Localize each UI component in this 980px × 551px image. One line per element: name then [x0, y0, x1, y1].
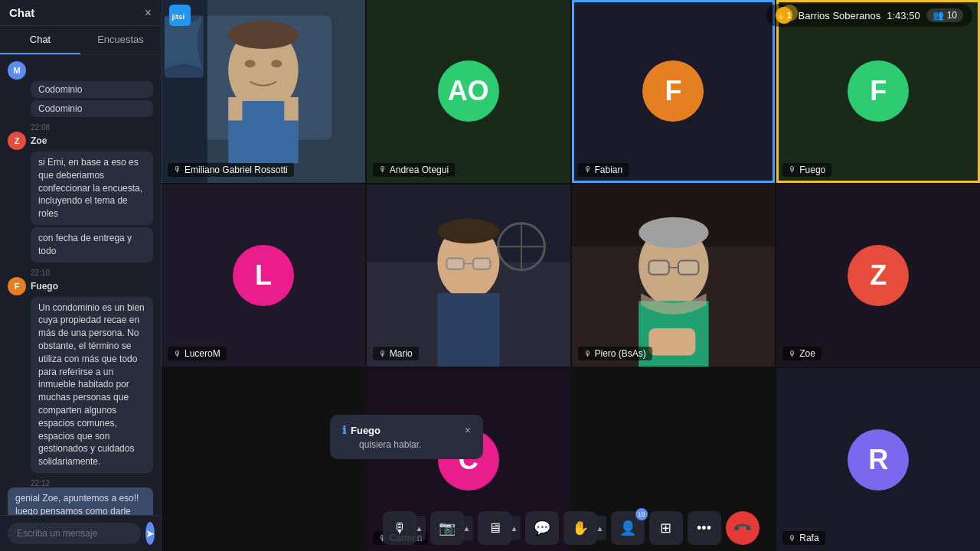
avatar-fuego: F — [848, 60, 909, 122]
participant-label-mario: 🎙 Mario — [373, 347, 419, 360]
video-cell-piero: 🎙 Piero (BsAs) — [572, 184, 776, 367]
avatar: Z — [8, 132, 26, 150]
chat-messages: M Codominio Codominio 22:08 Z Zoe si Emi… — [0, 55, 161, 515]
participant-name: Emiliano Gabriel Rossotti — [185, 165, 288, 175]
notification-icon: ℹ — [342, 424, 346, 436]
avatar: F — [8, 277, 26, 295]
participant-label-emiliano: 🎙 Emiliano Gabriel Rossotti — [168, 163, 294, 177]
participants-icon: 👤 — [619, 520, 636, 536]
msg-meta: Z Zoe — [8, 132, 153, 150]
svg-rect-10 — [284, 97, 298, 120]
meeting-info: ✋ 1 Barrios Soberanos 1:43:50 👥 10 — [766, 4, 972, 27]
message-group: M Codominio Codominio — [8, 61, 153, 117]
svg-rect-32 — [648, 328, 695, 356]
top-bar: jitsi ✋ 1 Barrios Soberanos 1:43:50 👥 10 — [162, 0, 980, 31]
svg-rect-18 — [473, 258, 490, 269]
camera-icon: 📷 — [439, 520, 456, 536]
msg-bubble: Codominio — [31, 100, 153, 117]
svg-rect-16 — [437, 293, 499, 367]
notification-popup: ℹ Fuego × quisiera hablar. — [330, 415, 483, 459]
participant-label-andrea: 🎙 Andrea Otegui — [373, 163, 455, 177]
notification-close-button[interactable]: × — [465, 424, 471, 436]
svg-rect-17 — [446, 258, 463, 269]
chat-input[interactable] — [8, 523, 141, 544]
more-button[interactable]: ••• — [688, 511, 721, 545]
avatar-rafa: R — [848, 429, 909, 491]
participants-icon: 👥 — [933, 10, 944, 21]
tab-chat[interactable]: Chat — [0, 26, 80, 54]
send-button[interactable]: ➤ — [145, 522, 155, 545]
toolbar-group-mic: 🎙 ▲ — [383, 511, 426, 545]
notification-header: ℹ Fuego × — [342, 424, 471, 436]
msg-bubble: Codominio — [31, 81, 153, 98]
svg-point-20 — [437, 218, 499, 243]
participant-name: Zoe — [799, 348, 815, 359]
message-group-self: 22:12 genial Zoe, apuntemos a eso!! lueg… — [8, 478, 153, 515]
participant-label-lucerom: 🎙 LuceroM — [168, 347, 227, 360]
sidebar-title: Chat — [9, 6, 34, 19]
msg-meta: M — [8, 61, 153, 80]
participant-label-fuego: 🎙 Fuego — [782, 163, 831, 177]
hangup-icon: 📞 — [732, 517, 753, 539]
mic-icon: 🎙 — [379, 165, 387, 174]
camera-button[interactable]: 📷 — [430, 511, 464, 545]
participant-name: LuceroM — [185, 348, 220, 359]
jitsi-icon: jitsi — [169, 5, 191, 26]
video-cell-zoe: Z 🎙 Zoe — [776, 184, 980, 367]
grid-view-button[interactable]: ⊞ — [649, 511, 683, 545]
mic-icon: 🎙 — [584, 165, 592, 174]
participant-label-zoe: 🎙 Zoe — [782, 347, 822, 360]
screen-share-button[interactable]: 🖥 — [478, 511, 511, 545]
mario-video — [367, 184, 570, 367]
message-group-fuego: 22:10 F Fuego Un condominio es un bien c… — [8, 267, 153, 473]
tab-encuestas[interactable]: Encuestas — [80, 26, 161, 54]
hand-icon: ✋ — [572, 520, 589, 536]
participant-label-piero: 🎙 Piero (BsAs) — [578, 347, 652, 360]
participants-badge: 10 — [635, 508, 648, 520]
notification-message: quisiera hablar. — [359, 439, 471, 450]
hangup-button[interactable]: 📞 — [726, 511, 760, 545]
msg-meta: F Fuego — [8, 277, 153, 295]
mic-button[interactable]: 🎙 — [383, 511, 416, 545]
msg-bubble: con fecha de entrega y todo — [31, 227, 153, 262]
sidebar-tabs: Chat Encuestas — [0, 26, 161, 55]
participants-button[interactable]: 👤 10 — [611, 511, 645, 545]
svg-text:jitsi: jitsi — [172, 12, 185, 21]
more-icon: ••• — [697, 520, 711, 536]
send-icon: ➤ — [145, 527, 155, 540]
video-grid: 🎙 Emiliano Gabriel Rossotti AO 🎙 Andrea … — [162, 0, 980, 551]
close-button[interactable]: × — [145, 7, 152, 19]
participant-name: Fuego — [799, 165, 825, 175]
sidebar: Chat × Chat Encuestas M Codominio Codomi… — [0, 0, 162, 551]
sidebar-header: Chat × — [0, 0, 161, 26]
toolbar-group-camera: 📷 ▲ — [430, 511, 473, 545]
mic-icon: 🎙 — [789, 350, 796, 358]
sender-name: Fuego — [31, 281, 58, 292]
mic-icon: 🎙 — [174, 350, 181, 358]
mic-icon: 🎙 — [584, 350, 592, 358]
video-cell-mario: 🎙 Mario — [367, 184, 570, 367]
bottom-toolbar: 🎙 ▲ 📷 ▲ 🖥 ▲ 💬 ✋ ▲ 👤 10 — [162, 505, 980, 551]
jitsi-logo: jitsi — [169, 5, 191, 26]
chat-input-area: ➤ — [0, 515, 161, 551]
msg-bubble-self: genial Zoe, apuntemos a eso!! luego pens… — [8, 487, 153, 515]
svg-point-31 — [639, 217, 708, 248]
participant-label-fabian: 🎙 Fabian — [578, 163, 629, 177]
meeting-name: Barrios Soberanos — [799, 10, 881, 21]
mic-icon: 🎙 — [393, 520, 407, 536]
meeting-timer: 1:43:50 — [887, 10, 920, 21]
hand-icon: ✋ — [776, 11, 787, 21]
grid-icon: ⊞ — [660, 520, 671, 536]
toolbar-group-hand: ✋ ▲ — [564, 511, 606, 545]
svg-point-7 — [271, 60, 282, 67]
chat-icon: 💬 — [534, 520, 550, 536]
avatar-andrea: AO — [438, 60, 499, 122]
sender-name: Zoe — [31, 135, 47, 146]
chat-button[interactable]: 💬 — [525, 511, 559, 545]
mic-icon: 🎙 — [379, 350, 387, 358]
hand-button[interactable]: ✋ — [564, 511, 597, 545]
participants-badge: 👥 10 — [926, 8, 963, 22]
mic-icon: 🎙 — [789, 165, 796, 174]
timestamp: 22:12 — [31, 479, 153, 487]
svg-rect-29 — [678, 260, 697, 274]
